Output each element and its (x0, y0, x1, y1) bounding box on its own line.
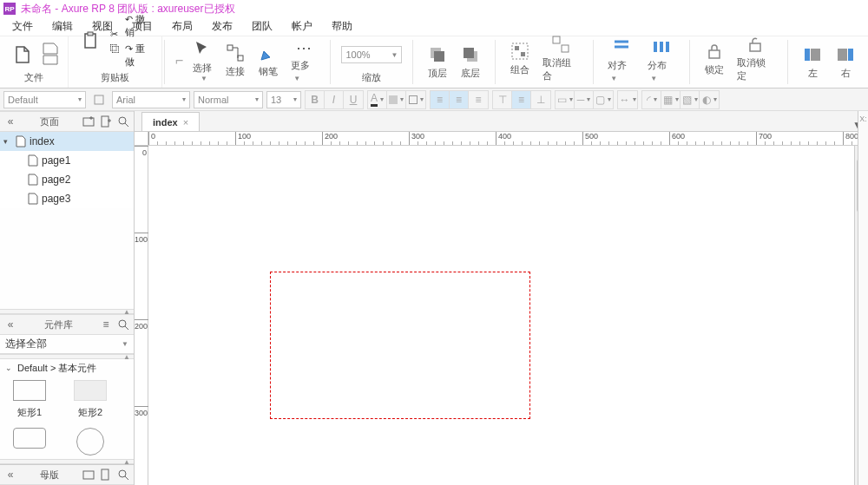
widget-rect3[interactable] (3, 428, 56, 456)
opacity-button[interactable]: ◐▾ (700, 91, 719, 108)
front-button[interactable]: 顶层 (424, 43, 451, 82)
border-vis-button[interactable]: ▢▾ (594, 91, 613, 108)
arrow-button[interactable]: ↔▾ (618, 91, 637, 108)
right-pane-button[interactable]: 右 (832, 43, 859, 82)
zoom-select[interactable]: 100%▼ (341, 46, 402, 63)
menu-icon[interactable]: ≡ (99, 318, 113, 331)
menu-file[interactable]: 文件 (3, 17, 42, 36)
align-button[interactable]: 对齐▼ (604, 35, 639, 84)
svg-rect-18 (805, 49, 810, 61)
ungroup-button[interactable]: 取消组合 (539, 32, 582, 84)
shadow-in-button[interactable]: ▧▾ (681, 91, 700, 108)
underline-button[interactable]: U (344, 91, 363, 108)
text-color-button[interactable]: A▾ (368, 91, 387, 108)
hotspot-rect[interactable] (270, 272, 530, 419)
svg-rect-22 (95, 95, 103, 104)
svg-point-26 (119, 320, 126, 327)
widget-rect1[interactable]: 矩形1 (3, 380, 56, 419)
style-manage-button[interactable] (89, 91, 108, 108)
library-select[interactable]: 选择全部 ▼ (0, 335, 134, 354)
search-icon[interactable] (116, 468, 130, 482)
group-group: 组合 取消组合 (497, 36, 591, 88)
page-item-page2[interactable]: page2 (0, 170, 134, 189)
collapse-icon[interactable]: « (3, 468, 17, 482)
align-left-button[interactable]: ≡ (431, 91, 450, 108)
shadow-out-button[interactable]: ▦▾ (661, 91, 681, 108)
size-select[interactable]: 13▾ (266, 91, 301, 108)
app-icon: RP (3, 3, 16, 15)
add-folder-icon[interactable] (82, 468, 95, 482)
back-button[interactable]: 底层 (457, 43, 484, 82)
page-icon (28, 193, 38, 205)
caret-down-icon[interactable]: ▾ (3, 137, 12, 146)
left-pane-button[interactable]: 左 (799, 43, 826, 82)
border-style-button[interactable]: ─▾ (575, 91, 594, 108)
page-item-index[interactable]: ▾ index (0, 132, 134, 151)
font-select[interactable]: Arial▾ (112, 91, 190, 108)
add-folder-icon[interactable] (82, 115, 95, 128)
align-right-button[interactable]: ≡ (469, 91, 488, 108)
group-align: 对齐▼ 分布▼ (595, 36, 687, 88)
widget-rect2[interactable]: 矩形2 (64, 380, 116, 419)
undo-button[interactable]: ↶ 撤销 (125, 12, 153, 40)
copy-button[interactable]: ⿻ (110, 43, 120, 55)
menu-publish[interactable]: 发布 (203, 17, 241, 36)
right-inspector-collapsed[interactable]: X: (858, 111, 868, 485)
ruler-horizontal: 0100200300400500600700800 (135, 132, 868, 146)
weight-select[interactable]: Normal▾ (194, 91, 263, 108)
file-open-save[interactable] (42, 42, 59, 69)
border-width-button[interactable]: ▭▾ (556, 91, 575, 108)
valign-bot-button[interactable]: ⊥ (531, 91, 550, 108)
connect-button[interactable]: 连接 (221, 41, 249, 80)
close-icon[interactable]: × (183, 117, 188, 128)
lock-button[interactable]: 锁定 (700, 39, 728, 78)
page-item-page1[interactable]: page1 (0, 151, 134, 170)
new-file-button[interactable] (9, 43, 36, 67)
group-button[interactable]: 组合 (506, 39, 534, 78)
more-button[interactable]: ⋯更多▼ (287, 36, 319, 84)
corner-button[interactable]: ◜▾ (642, 91, 661, 108)
search-icon[interactable] (116, 318, 130, 331)
collapse-icon[interactable]: « (3, 115, 17, 128)
bold-button[interactable]: B (306, 91, 325, 108)
page-item-page3[interactable]: page3 (0, 189, 134, 208)
fill-color-button[interactable]: ▾ (387, 91, 406, 108)
unlock-button[interactable]: 取消锁定 (733, 32, 777, 84)
widget-ellipse[interactable] (64, 428, 116, 456)
paste-button[interactable] (77, 29, 105, 53)
menu-arrange[interactable]: 布局 (163, 17, 201, 36)
svg-rect-2 (227, 45, 233, 50)
redo-button[interactable]: ↷ 重做 (125, 42, 153, 69)
add-master-icon[interactable] (99, 468, 113, 482)
menu-edit[interactable]: 编辑 (43, 17, 82, 36)
italic-button[interactable]: I (325, 91, 344, 108)
svg-rect-17 (750, 43, 760, 51)
ruler-corner (135, 132, 148, 146)
ruler-vertical: 0100200300 (135, 146, 148, 485)
format-bar: Default▾ Arial▾ Normal▾ 13▾ B I U A▾ ▾ ▾… (0, 88, 868, 111)
tab-index[interactable]: index × (141, 112, 200, 131)
style-select[interactable]: Default▾ (3, 91, 86, 108)
valign-top-button[interactable]: ⊤ (493, 91, 512, 108)
pen-button[interactable]: 钢笔 (254, 41, 282, 80)
svg-rect-12 (562, 45, 569, 52)
cut-button[interactable]: ✂ (110, 28, 120, 41)
valign-mid-button[interactable]: ≡ (512, 91, 531, 108)
border-color-button[interactable]: ▾ (406, 91, 425, 108)
page-name: index (30, 135, 55, 147)
svg-rect-9 (515, 46, 519, 50)
select-button[interactable]: 选择▼ (188, 37, 216, 84)
svg-rect-8 (512, 43, 528, 59)
group-order: 顶层 底层 (415, 36, 493, 88)
canvas[interactable] (148, 146, 854, 485)
menu-account[interactable]: 帐户 (283, 17, 321, 36)
add-page-icon[interactable] (99, 115, 113, 128)
menu-help[interactable]: 帮助 (323, 17, 361, 36)
menu-team[interactable]: 团队 (243, 17, 281, 36)
svg-point-25 (119, 117, 126, 124)
distribute-button[interactable]: 分布▼ (644, 35, 679, 84)
align-center-button[interactable]: ≡ (450, 91, 469, 108)
search-icon[interactable] (116, 115, 130, 128)
collapse-icon[interactable]: « (3, 318, 17, 331)
library-category[interactable]: ⌄ Default > 基本元件 (0, 359, 134, 377)
